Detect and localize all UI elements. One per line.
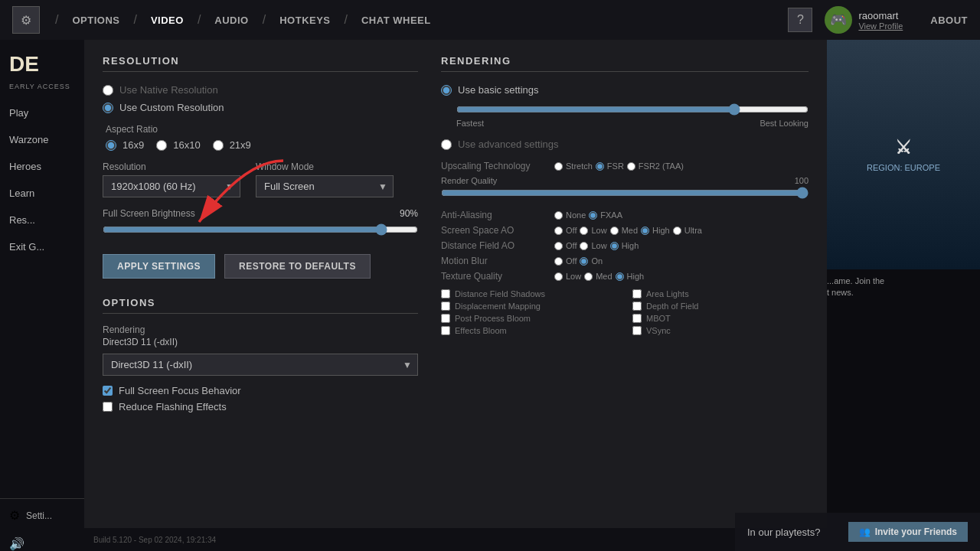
displacement-mapping-row: Displacement Mapping xyxy=(441,302,617,311)
dfao-options: Off Low High xyxy=(554,241,639,250)
playtests-text: In our playtests? xyxy=(747,527,820,538)
dfao-low-radio[interactable] xyxy=(580,242,588,250)
dfao-high-radio[interactable] xyxy=(610,242,619,250)
volume-icon[interactable]: 🔊 xyxy=(0,536,84,551)
help-icon[interactable]: ? xyxy=(788,8,812,32)
render-quality-slider[interactable] xyxy=(441,187,808,199)
tab-video[interactable]: VIDEO xyxy=(143,15,191,26)
restore-defaults-button[interactable]: RESTORE TO DEFAULTS xyxy=(224,254,371,279)
dfao-row: Distance Field AO Off Low High xyxy=(441,240,808,251)
tab-chat-wheel[interactable]: CHAT WHEEL xyxy=(354,15,439,26)
separator-4: / xyxy=(263,13,266,27)
tq-low-radio[interactable] xyxy=(554,272,563,281)
aa-fxaa-label: FXAA xyxy=(600,210,622,220)
reduce-flashing-checkbox[interactable] xyxy=(103,402,113,412)
reduce-flashing-label[interactable]: Reduce Flashing Effects xyxy=(119,401,227,412)
vsync-checkbox[interactable] xyxy=(632,326,642,335)
distance-field-shadows-checkbox[interactable] xyxy=(441,289,450,298)
avatar: 🎮 xyxy=(825,6,852,34)
settings-label[interactable]: Setti... xyxy=(26,510,52,521)
aspect-ratio-options: 16x9 16x10 21x9 xyxy=(106,139,418,151)
custom-resolution-label[interactable]: Use Custom Resolution xyxy=(119,102,224,113)
depth-of-field-checkbox[interactable] xyxy=(632,302,642,311)
fullscreen-focus-row: Full Screen Focus Behavior xyxy=(103,385,418,396)
sidebar-item-res[interactable]: Res... xyxy=(0,207,84,233)
ssao-high-radio[interactable] xyxy=(641,227,649,235)
apply-settings-button[interactable]: APPLY SETTINGS xyxy=(103,254,215,279)
dfao-off-radio[interactable] xyxy=(554,242,563,250)
aa-none-radio[interactable] xyxy=(554,211,563,220)
invite-friends-button[interactable]: 👥 Invite your Friends xyxy=(848,522,968,542)
aspect-16x10-radio[interactable] xyxy=(156,140,167,151)
upscaling-label: Upscaling Technology xyxy=(441,161,548,171)
reduce-flashing-row: Reduce Flashing Effects xyxy=(103,401,418,412)
custom-resolution-radio[interactable] xyxy=(103,103,113,113)
aspect-16x9-row: 16x9 xyxy=(106,139,144,151)
upscale-fsr-radio[interactable] xyxy=(596,162,604,171)
tab-audio[interactable]: AUDIO xyxy=(207,15,256,26)
upscale-fsr-label: FSR xyxy=(607,161,624,171)
ssao-med-radio[interactable] xyxy=(610,227,619,235)
brightness-value: 90% xyxy=(400,208,418,219)
tab-options[interactable]: OPTIONS xyxy=(64,15,127,26)
ssao-off-radio[interactable] xyxy=(554,227,563,235)
native-resolution-label[interactable]: Use Native Resolution xyxy=(119,84,218,96)
bottom-right-panel: In our playtests? 👥 Invite your Friends xyxy=(735,513,980,551)
use-advanced-radio[interactable] xyxy=(441,139,452,150)
ssao-ultra-radio[interactable] xyxy=(673,227,681,235)
rendering-select[interactable]: Direct3D 11 (-dxII)Direct3D 12Vulkan xyxy=(103,354,418,376)
game-title: DE xyxy=(0,47,84,81)
gear-icon[interactable]: ⚙ xyxy=(12,6,40,34)
settings-left: RESOLUTION Use Native Resolution Use Cus… xyxy=(103,55,418,417)
tq-high-radio[interactable] xyxy=(616,272,624,281)
mb-off-radio[interactable] xyxy=(554,257,563,266)
aspect-16x9-radio[interactable] xyxy=(106,140,116,151)
area-lights-row: Area Lights xyxy=(632,289,808,298)
right-game-panel: ⚔ REGION: EUROPE ...ame. Join thet news. xyxy=(827,40,980,551)
aa-none-label: None xyxy=(566,210,586,220)
native-resolution-radio[interactable] xyxy=(103,85,113,96)
settings-right: RENDERING Use basic settings Fastest Bes… xyxy=(441,55,808,417)
mbot-checkbox[interactable] xyxy=(632,314,642,323)
fullscreen-focus-checkbox[interactable] xyxy=(103,386,113,396)
displacement-mapping-checkbox[interactable] xyxy=(441,302,450,311)
sidebar-item-play[interactable]: Play xyxy=(0,99,84,126)
use-advanced-row: Use advanced settings xyxy=(441,139,808,150)
main-content: RESOLUTION Use Native Resolution Use Cus… xyxy=(84,40,980,551)
aa-fxaa-radio[interactable] xyxy=(589,211,597,220)
aspect-21x9-label[interactable]: 21x9 xyxy=(230,139,251,151)
aspect-16x9-label[interactable]: 16x9 xyxy=(122,139,144,151)
resolution-title: RESOLUTION xyxy=(103,55,418,72)
post-process-bloom-checkbox[interactable] xyxy=(441,314,450,323)
sidebar-item-learn[interactable]: Learn xyxy=(0,180,84,207)
tab-about[interactable]: ABOUT xyxy=(930,15,968,26)
mb-on-radio[interactable] xyxy=(580,257,588,266)
brightness-slider[interactable] xyxy=(103,223,418,236)
upscale-fsr2-radio[interactable] xyxy=(627,162,635,171)
window-mode-select[interactable]: Full ScreenWindowedBorderless xyxy=(256,175,394,197)
aspect-16x10-label[interactable]: 16x10 xyxy=(173,139,200,151)
tq-med-radio[interactable] xyxy=(584,272,593,281)
effects-bloom-checkbox[interactable] xyxy=(441,326,450,335)
fullscreen-focus-label[interactable]: Full Screen Focus Behavior xyxy=(119,385,241,396)
resolution-dropdown-label: Resolution xyxy=(103,161,240,172)
quality-slider[interactable] xyxy=(456,103,808,116)
window-mode-label: Window Mode xyxy=(256,161,394,172)
sidebar-item-warzone[interactable]: Warzone xyxy=(0,126,84,153)
render-quality-label: Render Quality xyxy=(441,176,497,185)
ssao-low-radio[interactable] xyxy=(580,227,588,235)
sidebar-item-heroes[interactable]: Heroes xyxy=(0,153,84,180)
use-basic-row: Use basic settings xyxy=(441,84,808,96)
use-basic-label[interactable]: Use basic settings xyxy=(458,84,539,96)
area-lights-checkbox[interactable] xyxy=(632,289,642,298)
resolution-select[interactable]: 1920x1080 (60 Hz) xyxy=(103,175,240,197)
aspect-21x9-radio[interactable] xyxy=(213,140,224,151)
use-basic-radio[interactable] xyxy=(441,85,452,96)
tab-hotkeys[interactable]: HOTKEYS xyxy=(272,15,338,26)
distance-field-shadows-label: Distance Field Shadows xyxy=(455,289,545,298)
upscaling-row: Upscaling Technology Stretch FSR FSR2 (T… xyxy=(441,161,808,171)
sidebar-item-exit[interactable]: Exit G... xyxy=(0,233,84,260)
use-advanced-label[interactable]: Use advanced settings xyxy=(458,139,559,150)
upscale-stretch-radio[interactable] xyxy=(554,162,563,171)
view-profile-link[interactable]: View Profile xyxy=(858,21,903,31)
